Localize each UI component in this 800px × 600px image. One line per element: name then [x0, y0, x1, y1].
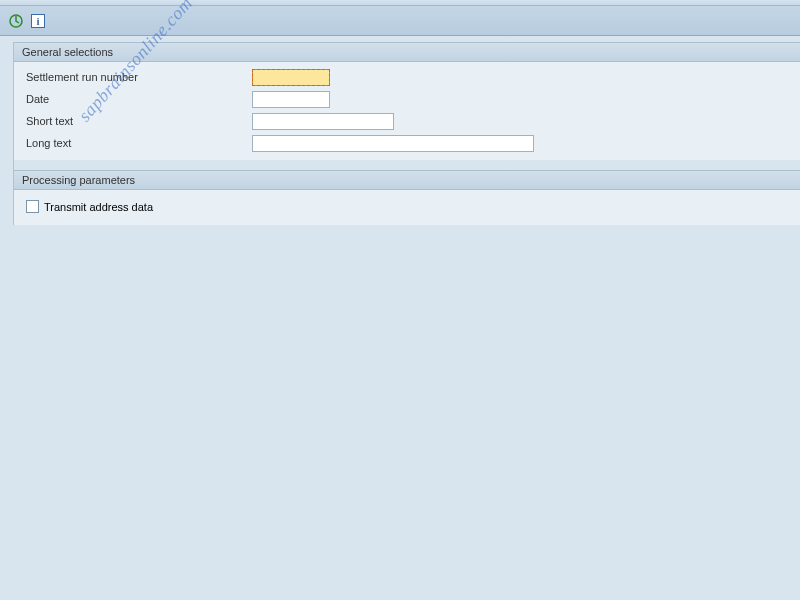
date-input[interactable] — [252, 91, 330, 108]
settlement-run-input[interactable] — [252, 69, 330, 86]
info-icon[interactable]: i — [30, 13, 46, 29]
date-label: Date — [22, 93, 252, 105]
transmit-address-row: Transmit address data — [14, 194, 800, 219]
processing-parameters-header: Processing parameters — [14, 170, 800, 190]
left-margin — [0, 42, 14, 225]
short-text-row: Short text — [14, 110, 800, 132]
general-selections-section: General selections Settlement run number… — [0, 42, 800, 160]
short-text-input[interactable] — [252, 113, 394, 130]
date-row: Date — [14, 88, 800, 110]
processing-parameters-body: Transmit address data — [14, 190, 800, 225]
general-selections-header: General selections — [14, 42, 800, 62]
long-text-input[interactable] — [252, 135, 534, 152]
short-text-label: Short text — [22, 115, 252, 127]
transmit-address-label: Transmit address data — [44, 201, 153, 213]
execute-icon[interactable] — [8, 13, 24, 29]
long-text-label: Long text — [22, 137, 252, 149]
settlement-run-row: Settlement run number — [14, 66, 800, 88]
long-text-row: Long text — [14, 132, 800, 154]
settlement-run-label: Settlement run number — [22, 71, 252, 83]
application-toolbar: i — [0, 6, 800, 36]
content-area: General selections Settlement run number… — [0, 42, 800, 225]
transmit-address-checkbox[interactable] — [26, 200, 39, 213]
general-selections-body: Settlement run number Date Short text Lo… — [14, 62, 800, 160]
processing-parameters-section: Processing parameters Transmit address d… — [0, 170, 800, 225]
